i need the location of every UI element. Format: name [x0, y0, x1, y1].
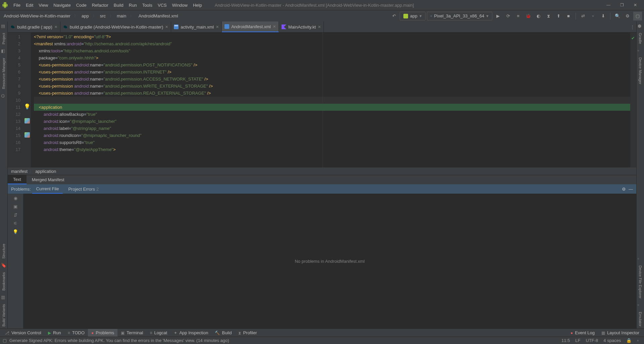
- code-area[interactable]: <?xml version="1.0" encoding="utf-8"?> <…: [31, 33, 630, 167]
- apply-changes-restart-button[interactable]: ⟳: [504, 12, 512, 20]
- resource-manager-tool-button[interactable]: Resource Manager: [2, 56, 6, 91]
- close-icon[interactable]: ✕: [216, 25, 219, 29]
- close-icon[interactable]: ✕: [273, 24, 276, 29]
- sdk-manager-button[interactable]: ⬇: [599, 12, 607, 20]
- device-file-explorer-icon[interactable]: ▫: [638, 256, 643, 261]
- toolwin-todo[interactable]: ≡TODO: [64, 329, 88, 337]
- device-selector[interactable]: ▫ Pixel_3a_API_33_x86_64▾: [427, 12, 492, 20]
- stop-button[interactable]: ■: [564, 12, 573, 20]
- status-caret-pos[interactable]: 11:5: [559, 338, 573, 343]
- menu-refactor[interactable]: Refactor: [89, 0, 111, 10]
- subtab-text[interactable]: Text: [8, 175, 27, 184]
- menu-tools[interactable]: Tools: [140, 0, 155, 10]
- close-icon[interactable]: ✕: [165, 25, 168, 29]
- subtab-merged-manifest[interactable]: Merged Manifest: [27, 175, 70, 184]
- close-icon[interactable]: ✕: [318, 25, 321, 29]
- device-manager-tool-button[interactable]: Device Manager: [638, 55, 642, 86]
- tab-android-manifest[interactable]: AndroidManifest.xml✕: [222, 21, 279, 32]
- toolwin-problems[interactable]: ●Problems: [88, 329, 117, 337]
- minimize-button[interactable]: —: [602, 3, 615, 7]
- bookmarks-tool-button[interactable]: Bookmarks: [2, 270, 6, 293]
- make-project-button[interactable]: ↶: [390, 12, 398, 20]
- toolwin-layout-inspector[interactable]: ▦Layout Inspector: [598, 330, 643, 335]
- view-mode-icon[interactable]: ◉: [14, 196, 17, 201]
- collapse-icon[interactable]: ▣: [13, 204, 17, 209]
- tab-main-activity[interactable]: MainActivity.kt✕: [279, 21, 324, 32]
- problems-tab-current[interactable]: Current File: [32, 184, 63, 194]
- xml-breadcrumb-application[interactable]: application: [35, 169, 56, 174]
- avd-manager-button[interactable]: ▫: [589, 12, 597, 20]
- project-tool-button[interactable]: Project: [2, 31, 6, 46]
- debug-button[interactable]: 🐞: [524, 12, 533, 20]
- structure-tool-button[interactable]: Structure: [2, 242, 6, 261]
- structure-icon[interactable]: ⌬: [1, 93, 6, 99]
- gear-icon[interactable]: ⚙: [622, 187, 626, 192]
- run-button[interactable]: ▶: [494, 12, 502, 20]
- toolwin-run[interactable]: ▶Run: [45, 329, 64, 337]
- breadcrumb-src[interactable]: src: [98, 13, 107, 19]
- run-config-selector[interactable]: app▾: [400, 12, 426, 20]
- intention-icon[interactable]: 💡: [13, 229, 18, 234]
- bookmark-icon[interactable]: 🔖: [1, 263, 6, 268]
- gradle-icon[interactable]: ⬢: [638, 23, 643, 29]
- close-icon[interactable]: ✕: [54, 25, 57, 29]
- status-memory-icon[interactable]: ▫: [634, 338, 641, 343]
- notifications-button[interactable]: ▢: [633, 12, 642, 20]
- menu-navigate[interactable]: Navigate: [51, 0, 73, 10]
- filter-icon[interactable]: ⚟: [13, 221, 17, 226]
- status-line-ending[interactable]: LF: [573, 338, 583, 343]
- drawable-preview-icon[interactable]: [24, 132, 30, 138]
- editor-marker-stripe[interactable]: ✔: [630, 33, 636, 167]
- breadcrumb-root[interactable]: Android-WebView-in-Kotlin-master: [2, 13, 72, 19]
- coverage-button[interactable]: ◐: [534, 12, 543, 20]
- toolwin-app-inspection[interactable]: ✦App Inspection: [170, 329, 211, 337]
- toolwin-terminal[interactable]: ▣Terminal: [117, 329, 146, 337]
- xml-breadcrumb-manifest[interactable]: manifest: [11, 169, 28, 174]
- toolwin-version-control[interactable]: ⎇Version Control: [1, 329, 45, 337]
- status-readonly-icon[interactable]: 🔒: [624, 338, 634, 343]
- drawable-preview-icon[interactable]: [24, 118, 30, 124]
- menu-build[interactable]: Build: [111, 0, 126, 10]
- menu-vcs[interactable]: VCS: [155, 0, 169, 10]
- menu-view[interactable]: View: [36, 0, 51, 10]
- tab-overflow-button[interactable]: ⋮: [628, 21, 636, 32]
- sync-files-button[interactable]: ⇄: [579, 12, 587, 20]
- toolwin-event-log[interactable]: ●Event Log: [567, 330, 598, 335]
- menu-help[interactable]: Help: [190, 0, 205, 10]
- emulator-icon[interactable]: ▫: [638, 302, 643, 308]
- menu-window[interactable]: Window: [169, 0, 190, 10]
- expand-icon[interactable]: ⇵: [14, 212, 17, 217]
- project-icon[interactable]: ▤: [1, 23, 6, 29]
- profile-button[interactable]: ⧗: [544, 12, 553, 20]
- breadcrumb-app[interactable]: app: [80, 13, 91, 19]
- lightbulb-icon[interactable]: 💡: [24, 103, 31, 110]
- menu-run[interactable]: Run: [126, 0, 140, 10]
- build-variants-tool-button[interactable]: Build Variants: [2, 302, 6, 329]
- search-everywhere-button[interactable]: 🔍: [613, 12, 622, 20]
- menu-edit[interactable]: Edit: [23, 0, 36, 10]
- tab-build-gradle-app[interactable]: build.gradle (:app)✕: [8, 21, 60, 32]
- inspection-ok-icon[interactable]: ✔: [631, 35, 635, 42]
- emulator-tool-button[interactable]: Emulator: [638, 310, 642, 329]
- menu-code[interactable]: Code: [73, 0, 89, 10]
- settings-button[interactable]: ⚙: [623, 12, 632, 20]
- apply-changes-button[interactable]: ≡: [514, 12, 523, 20]
- gradle-tool-button[interactable]: Gradle: [638, 31, 642, 46]
- tab-activity-main[interactable]: activity_main.xml✕: [171, 21, 222, 32]
- code-editor[interactable]: 1234567891011121314151617 💡 <?xml versio…: [8, 33, 636, 167]
- status-encoding[interactable]: UTF-8: [583, 338, 601, 343]
- breadcrumb-file[interactable]: AndroidManifest.xml: [136, 13, 180, 19]
- menu-file[interactable]: File: [11, 0, 23, 10]
- breadcrumb-main[interactable]: main: [115, 13, 128, 19]
- maximize-button[interactable]: ❐: [615, 3, 629, 7]
- device-file-explorer-tool-button[interactable]: Device File Explorer: [638, 263, 642, 300]
- resource-manager-icon[interactable]: ◧: [1, 48, 6, 54]
- toolwin-logcat[interactable]: ≡Logcat: [146, 329, 170, 337]
- device-manager-icon[interactable]: ▫: [638, 48, 643, 53]
- tab-build-gradle-root[interactable]: build.gradle (Android-WebView-in-Kotlin-…: [60, 21, 171, 32]
- problems-tab-project[interactable]: Project Errors 2: [64, 184, 103, 194]
- hide-icon[interactable]: —: [629, 187, 633, 192]
- status-window-icon[interactable]: ▢: [3, 338, 7, 343]
- status-indent[interactable]: 4 spaces: [601, 338, 624, 343]
- toolwin-build[interactable]: 🔨Build: [211, 329, 235, 337]
